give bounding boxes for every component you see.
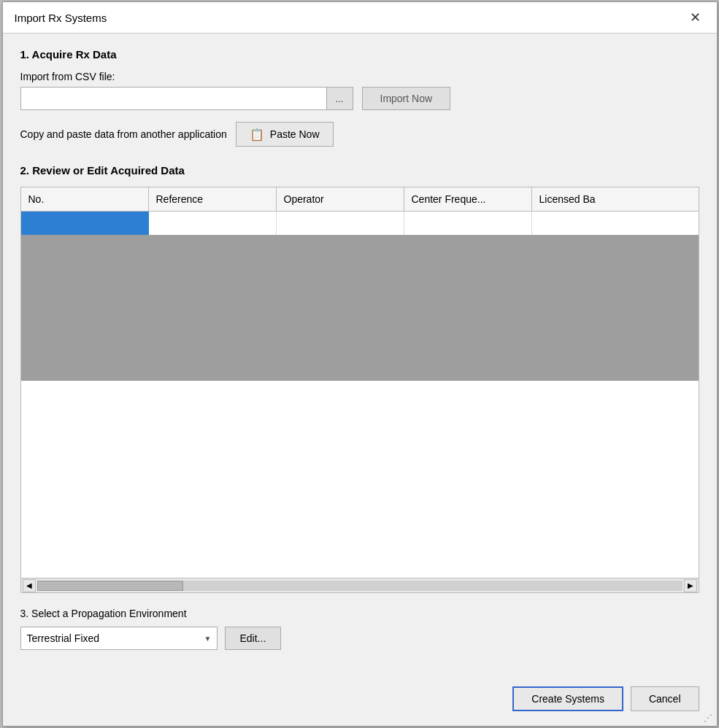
cell-no-selected: [21, 212, 149, 235]
paste-description: Copy and paste data from another applica…: [20, 128, 227, 140]
import-csv-label: Import from CSV file:: [20, 71, 699, 82]
browse-button[interactable]: ...: [327, 87, 353, 110]
col-header-licensed-bw: Licensed Ba: [532, 187, 699, 211]
scroll-left-arrow[interactable]: ◀: [23, 579, 36, 592]
table-header: No. Reference Operator Center Freque... …: [21, 187, 699, 212]
dialog-footer: Create Systems Cancel: [3, 679, 717, 726]
cell-freq: [404, 212, 532, 235]
paste-row: Copy and paste data from another applica…: [20, 122, 699, 147]
import-now-button[interactable]: Import Now: [362, 87, 451, 110]
paste-icon: 📋: [250, 128, 264, 142]
dialog-content: 1. Acquire Rx Data Import from CSV file:…: [3, 34, 717, 679]
scroll-thumb[interactable]: [37, 581, 183, 591]
horizontal-scrollbar[interactable]: ◀ ▶: [21, 578, 699, 592]
import-csv-row: Import from CSV file: ... Import Now: [20, 71, 699, 110]
scroll-right-arrow[interactable]: ▶: [684, 579, 697, 592]
data-table-container: No. Reference Operator Center Freque... …: [20, 187, 699, 593]
title-bar: Import Rx Systems ✕: [3, 2, 717, 34]
table-empty-area: [21, 235, 699, 381]
paste-now-button[interactable]: 📋 Paste Now: [236, 122, 334, 147]
resize-handle[interactable]: ⋰: [704, 713, 714, 723]
section3-title: 3. Select a Propagation Environment: [20, 608, 699, 619]
col-header-center-freq: Center Freque...: [404, 187, 532, 211]
cell-op: [277, 212, 404, 235]
section-acquire-data: 1. Acquire Rx Data Import from CSV file:…: [20, 48, 699, 147]
propagation-controls: Terrestrial Fixed Urban Suburban Rural ▼…: [20, 627, 699, 650]
scroll-track[interactable]: [37, 581, 683, 591]
csv-file-input[interactable]: [20, 87, 327, 110]
import-rx-systems-dialog: Import Rx Systems ✕ 1. Acquire Rx Data I…: [2, 1, 718, 727]
table-row[interactable]: [21, 212, 699, 235]
cell-ref: [149, 212, 277, 235]
col-header-operator: Operator: [277, 187, 404, 211]
section-review-data: 2. Review or Edit Acquired Data No. Refe…: [20, 164, 699, 593]
section-propagation: 3. Select a Propagation Environment Terr…: [20, 608, 699, 650]
table-body: [21, 212, 699, 578]
section1-title: 1. Acquire Rx Data: [20, 48, 699, 61]
dialog-title: Import Rx Systems: [15, 12, 107, 24]
import-input-group: ... Import Now: [20, 87, 699, 110]
section2-title: 2. Review or Edit Acquired Data: [20, 164, 699, 177]
col-header-no: No.: [21, 187, 149, 211]
paste-now-label: Paste Now: [270, 128, 320, 140]
cell-lic: [532, 212, 699, 235]
col-header-reference: Reference: [149, 187, 277, 211]
cancel-button[interactable]: Cancel: [631, 686, 699, 711]
edit-propagation-button[interactable]: Edit...: [225, 627, 282, 650]
close-button[interactable]: ✕: [685, 9, 705, 26]
create-systems-button[interactable]: Create Systems: [512, 686, 623, 711]
propagation-select-wrapper: Terrestrial Fixed Urban Suburban Rural ▼: [20, 627, 218, 650]
propagation-env-select[interactable]: Terrestrial Fixed Urban Suburban Rural: [20, 627, 218, 650]
